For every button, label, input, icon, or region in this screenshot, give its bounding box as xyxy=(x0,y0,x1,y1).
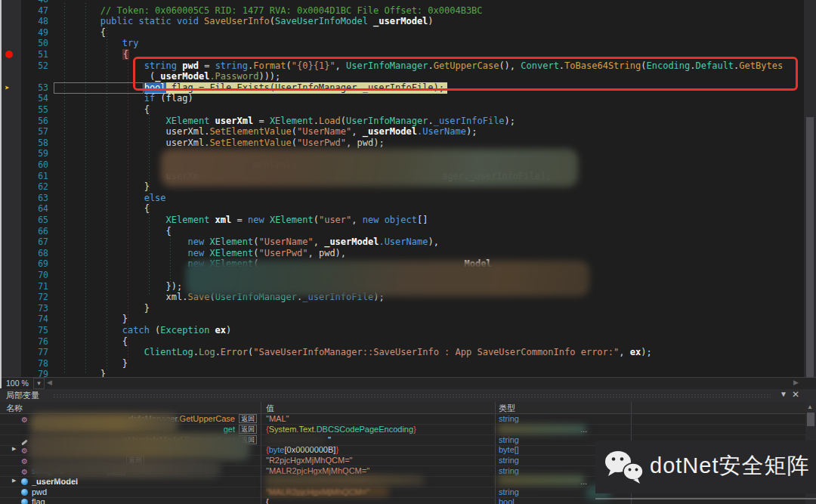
text-segment: = xyxy=(253,116,270,126)
code-text[interactable]: { xyxy=(100,27,106,39)
code-text[interactable]: public static void SaveUserInfo(SaveUser… xyxy=(100,16,434,27)
code-line[interactable]: 63else xyxy=(0,193,802,204)
value-cell[interactable]: {System.Text.DBCSCodePageEncoding} xyxy=(266,425,491,434)
code-line[interactable]: 56XElement userXml = XElement.Load(UserI… xyxy=(0,116,802,127)
code-line[interactable]: 78} xyxy=(0,358,802,369)
column-header-type[interactable]: 类型 xyxy=(499,403,515,414)
code-text[interactable]: catch (Exception ex) xyxy=(122,325,232,336)
expander-icon[interactable]: ▶ xyxy=(12,446,16,452)
text-segment: ), xyxy=(428,237,438,247)
name-cell[interactable]: pwd xyxy=(32,487,257,496)
code-line[interactable]: 58userXml.SetElementValue("UserPwd", pwd… xyxy=(0,138,802,149)
titlebar-grip-texture xyxy=(53,394,771,397)
text-segment: , xyxy=(351,126,362,137)
text-segment: } xyxy=(144,181,150,192)
code-text[interactable]: try xyxy=(122,38,139,49)
code-line[interactable]: 54if (flag) xyxy=(0,93,802,104)
text-segment: Load xyxy=(319,116,341,126)
code-text[interactable]: { xyxy=(144,203,150,215)
value-cell[interactable]: { xyxy=(266,497,491,504)
text-segment: (flag) xyxy=(160,93,193,104)
line-number: 78 xyxy=(21,358,48,369)
code-text[interactable]: { xyxy=(144,104,150,116)
text-segment: XElement xyxy=(209,237,253,247)
vs-debugger-window: 4647// Token: 0x060005C5 RID: 1477 RVA: … xyxy=(0,0,816,504)
line-number: 56 xyxy=(21,116,48,127)
code-text[interactable]: new XElement("UserPwd", pwd), xyxy=(188,248,347,259)
code-line[interactable]: 73} xyxy=(0,303,802,314)
code-text[interactable]: else xyxy=(144,193,166,204)
column-header-value[interactable]: 值 xyxy=(266,403,274,414)
value-cell[interactable]: "MAL" xyxy=(266,414,491,423)
code-line[interactable]: 68new XElement("UserPwd", pwd), xyxy=(0,248,802,259)
text-segment: } xyxy=(122,358,128,369)
code-line[interactable]: 76{ xyxy=(0,336,802,348)
code-text[interactable]: } xyxy=(144,181,150,193)
scrollbar-thumb[interactable] xyxy=(807,413,814,426)
text-segment: "user" xyxy=(319,215,351,225)
code-line[interactable]: 49{ xyxy=(0,27,802,39)
code-text[interactable]: } xyxy=(144,303,150,314)
code-line[interactable]: 79} xyxy=(0,369,802,377)
code-line[interactable]: 64{ xyxy=(0,203,802,215)
code-text[interactable]: }); xyxy=(166,281,183,292)
value-cell[interactable]: "MALR2pjcHgxMjMhQCM=" xyxy=(266,466,491,475)
close-icon[interactable]: ✕ xyxy=(792,389,799,400)
column-header-name[interactable]: 名称 xyxy=(6,403,23,414)
breakpoint-icon[interactable] xyxy=(5,51,13,58)
code-text[interactable]: { xyxy=(166,226,172,237)
code-text[interactable]: XElement userXml = XElement.Load(UserInf… xyxy=(166,116,515,127)
value-cell[interactable]: {byte[0x0000000B]} xyxy=(266,445,491,454)
code-text[interactable]: } xyxy=(100,369,106,377)
editor-vertical-scrollbar[interactable] xyxy=(804,0,816,377)
locals-header-row[interactable]: 名称 值 类型 xyxy=(0,402,816,414)
code-line[interactable]: 47// Token: 0x060005C5 RID: 1477 RVA: 0x… xyxy=(0,5,802,17)
text-segment: ( xyxy=(270,16,275,26)
code-text[interactable]: ClientLog.Log.Error("SaveUserInfoManager… xyxy=(144,347,652,358)
text-segment: } xyxy=(100,369,106,377)
zoom-level[interactable]: 100 % xyxy=(6,379,29,388)
code-text[interactable]: { xyxy=(122,49,129,60)
code-text[interactable]: XElement xml = new XElement("user", new … xyxy=(166,215,428,226)
annotation-red-box xyxy=(133,57,798,91)
code-text[interactable]: } xyxy=(122,314,128,325)
expander-icon[interactable]: ▶ xyxy=(12,478,16,484)
code-line[interactable]: 75catch (Exception ex) xyxy=(0,325,802,336)
censor-blur xyxy=(497,475,585,485)
code-line[interactable]: 77ClientLog.Log.Error("SaveUserInfoManag… xyxy=(0,347,802,358)
code-line[interactable]: 55{ xyxy=(0,104,802,116)
code-text[interactable]: // Token: 0x060005C5 RID: 1477 RVA: 0x00… xyxy=(100,5,483,17)
line-number: 77 xyxy=(21,347,48,358)
code-line[interactable]: 57userXml.SetElementValue("UserName", _u… xyxy=(0,126,802,138)
window-position-dropdown-icon[interactable]: ▼ xyxy=(780,390,787,398)
code-line[interactable]: 50try xyxy=(0,38,802,49)
locals-title-bar[interactable]: 局部变量 ▼ ✕ xyxy=(0,388,816,402)
zoom-dropdown-arrow-icon[interactable]: ▾ xyxy=(33,378,45,389)
text-segment: . xyxy=(314,116,319,126)
text-segment: bool xyxy=(499,497,515,504)
hscroll-left-arrow-icon[interactable]: ◀ xyxy=(47,379,52,386)
censor-blur xyxy=(30,413,178,434)
scrollbar-thumb[interactable] xyxy=(806,117,814,377)
locals-title: 局部变量 xyxy=(6,390,39,401)
line-number: 48 xyxy=(21,16,48,27)
code-line[interactable]: 74} xyxy=(0,314,802,325)
code-text[interactable]: userXml.SetElementValue("UserPwd", pwd); xyxy=(166,138,385,149)
code-text[interactable]: new XElement("UserName", _userModel.User… xyxy=(188,237,439,248)
code-line[interactable]: 67new XElement("UserName", _userModel.Us… xyxy=(0,237,802,248)
code-text[interactable]: if (flag) xyxy=(144,93,193,104)
code-line[interactable]: 66{ xyxy=(0,226,802,237)
text-segment: { xyxy=(166,226,172,237)
code-text[interactable]: { xyxy=(122,336,128,348)
code-text[interactable]: userXml.SetElementValue("UserName", _use… xyxy=(166,126,478,138)
returned-label: 返回 xyxy=(239,414,257,423)
scroll-up-arrow-icon[interactable]: ▲ xyxy=(807,404,813,410)
code-editor[interactable]: 4647// Token: 0x060005C5 RID: 1477 RVA: … xyxy=(0,0,816,377)
hscroll-right-arrow-icon[interactable]: ▶ xyxy=(793,379,799,386)
value-cell[interactable]: "R2pjcHgxMjMhQCM=" xyxy=(266,456,491,465)
code-line[interactable]: 65XElement xml = new XElement("user", ne… xyxy=(0,215,802,226)
code-text[interactable]: } xyxy=(122,358,128,369)
name-cell[interactable]: flag xyxy=(32,497,257,504)
text-segment: { xyxy=(266,497,269,504)
code-line[interactable]: 48public static void SaveUserInfo(SaveUs… xyxy=(0,16,802,27)
